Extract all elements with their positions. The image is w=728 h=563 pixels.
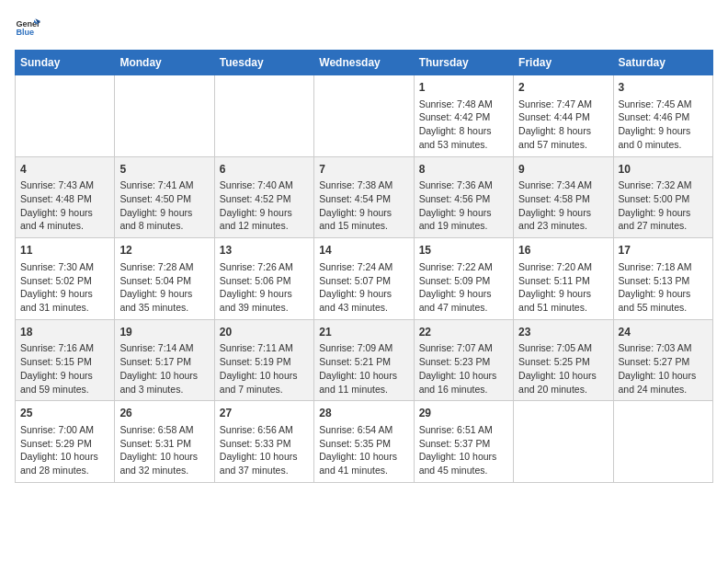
- calendar-cell: [613, 401, 712, 483]
- day-number: 10: [619, 162, 708, 178]
- calendar-cell: 29Sunrise: 6:51 AM Sunset: 5:37 PM Dayli…: [414, 401, 513, 483]
- calendar-week-5: 25Sunrise: 7:00 AM Sunset: 5:29 PM Dayli…: [16, 401, 713, 483]
- calendar-cell: 28Sunrise: 6:54 AM Sunset: 5:35 PM Dayli…: [314, 401, 414, 483]
- day-info: Sunrise: 7:40 AM Sunset: 4:52 PM Dayligh…: [220, 178, 309, 233]
- day-number: 15: [419, 243, 508, 259]
- day-number: 13: [220, 243, 309, 259]
- col-header-saturday: Saturday: [613, 51, 712, 75]
- day-info: Sunrise: 6:51 AM Sunset: 5:37 PM Dayligh…: [419, 423, 508, 477]
- calendar-cell: 9Sunrise: 7:34 AM Sunset: 4:58 PM Daylig…: [514, 156, 613, 238]
- page-header: General Blue: [15, 15, 713, 40]
- day-info: Sunrise: 7:45 AM Sunset: 4:46 PM Dayligh…: [619, 98, 708, 152]
- day-number: 7: [319, 162, 408, 178]
- day-info: Sunrise: 7:36 AM Sunset: 4:56 PM Dayligh…: [419, 178, 508, 233]
- day-info: Sunrise: 7:16 AM Sunset: 5:15 PM Dayligh…: [20, 341, 109, 396]
- day-info: Sunrise: 7:22 AM Sunset: 5:09 PM Dayligh…: [419, 260, 508, 315]
- day-number: 25: [20, 406, 109, 421]
- day-number: 29: [419, 406, 508, 421]
- col-header-thursday: Thursday: [414, 51, 513, 75]
- calendar-cell: 5Sunrise: 7:41 AM Sunset: 4:50 PM Daylig…: [115, 156, 214, 238]
- logo-icon: General Blue: [15, 15, 40, 40]
- calendar-cell: 8Sunrise: 7:36 AM Sunset: 4:56 PM Daylig…: [414, 156, 513, 238]
- day-number: 14: [319, 243, 408, 259]
- calendar-cell: 7Sunrise: 7:38 AM Sunset: 4:54 PM Daylig…: [314, 156, 414, 238]
- day-info: Sunrise: 7:48 AM Sunset: 4:42 PM Dayligh…: [419, 98, 508, 152]
- day-number: 27: [220, 406, 309, 421]
- calendar-cell: 25Sunrise: 7:00 AM Sunset: 5:29 PM Dayli…: [16, 401, 115, 483]
- calendar-cell: 6Sunrise: 7:40 AM Sunset: 4:52 PM Daylig…: [214, 156, 313, 238]
- calendar-cell: [115, 75, 214, 157]
- calendar-cell: 16Sunrise: 7:20 AM Sunset: 5:11 PM Dayli…: [514, 238, 613, 320]
- day-number: 23: [518, 325, 608, 340]
- day-number: 4: [20, 162, 109, 178]
- calendar-cell: 27Sunrise: 6:56 AM Sunset: 5:33 PM Dayli…: [214, 401, 313, 483]
- day-info: Sunrise: 7:09 AM Sunset: 5:21 PM Dayligh…: [319, 341, 408, 396]
- day-number: 11: [20, 243, 109, 259]
- calendar-week-2: 4Sunrise: 7:43 AM Sunset: 4:48 PM Daylig…: [16, 156, 713, 238]
- day-info: Sunrise: 7:18 AM Sunset: 5:13 PM Dayligh…: [619, 260, 708, 315]
- calendar-cell: 4Sunrise: 7:43 AM Sunset: 4:48 PM Daylig…: [16, 156, 115, 238]
- day-info: Sunrise: 7:05 AM Sunset: 5:25 PM Dayligh…: [518, 341, 608, 396]
- logo: General Blue: [15, 15, 44, 40]
- calendar-cell: 13Sunrise: 7:26 AM Sunset: 5:06 PM Dayli…: [214, 238, 313, 320]
- calendar-cell: 12Sunrise: 7:28 AM Sunset: 5:04 PM Dayli…: [115, 238, 214, 320]
- day-info: Sunrise: 7:38 AM Sunset: 4:54 PM Dayligh…: [319, 178, 408, 233]
- day-number: 1: [419, 80, 508, 96]
- day-number: 20: [220, 325, 309, 340]
- day-number: 12: [119, 243, 209, 259]
- calendar-cell: 23Sunrise: 7:05 AM Sunset: 5:25 PM Dayli…: [514, 319, 613, 401]
- calendar-cell: 3Sunrise: 7:45 AM Sunset: 4:46 PM Daylig…: [613, 75, 712, 157]
- col-header-friday: Friday: [514, 51, 613, 75]
- day-info: Sunrise: 7:32 AM Sunset: 5:00 PM Dayligh…: [619, 178, 708, 233]
- day-info: Sunrise: 7:24 AM Sunset: 5:07 PM Dayligh…: [319, 260, 408, 315]
- day-info: Sunrise: 6:54 AM Sunset: 5:35 PM Dayligh…: [319, 423, 408, 477]
- calendar-table: SundayMondayTuesdayWednesdayThursdayFrid…: [15, 50, 713, 483]
- day-number: 19: [119, 325, 209, 340]
- day-number: 6: [220, 162, 309, 178]
- day-info: Sunrise: 6:58 AM Sunset: 5:31 PM Dayligh…: [119, 423, 209, 477]
- calendar-cell: 17Sunrise: 7:18 AM Sunset: 5:13 PM Dayli…: [613, 238, 712, 320]
- day-info: Sunrise: 7:14 AM Sunset: 5:17 PM Dayligh…: [119, 341, 209, 396]
- calendar-cell: 26Sunrise: 6:58 AM Sunset: 5:31 PM Dayli…: [115, 401, 214, 483]
- day-number: 22: [419, 325, 508, 340]
- day-info: Sunrise: 7:03 AM Sunset: 5:27 PM Dayligh…: [619, 341, 708, 396]
- calendar-cell: 21Sunrise: 7:09 AM Sunset: 5:21 PM Dayli…: [314, 319, 414, 401]
- calendar-week-3: 11Sunrise: 7:30 AM Sunset: 5:02 PM Dayli…: [16, 238, 713, 320]
- day-info: Sunrise: 7:34 AM Sunset: 4:58 PM Dayligh…: [518, 178, 608, 233]
- header-row: SundayMondayTuesdayWednesdayThursdayFrid…: [16, 51, 713, 75]
- calendar-cell: [16, 75, 115, 157]
- calendar-cell: 19Sunrise: 7:14 AM Sunset: 5:17 PM Dayli…: [115, 319, 214, 401]
- calendar-cell: 15Sunrise: 7:22 AM Sunset: 5:09 PM Dayli…: [414, 238, 513, 320]
- day-number: 26: [119, 406, 209, 421]
- day-number: 2: [518, 80, 608, 96]
- day-info: Sunrise: 7:07 AM Sunset: 5:23 PM Dayligh…: [419, 341, 508, 396]
- day-number: 8: [419, 162, 508, 178]
- day-info: Sunrise: 7:26 AM Sunset: 5:06 PM Dayligh…: [220, 260, 309, 315]
- day-number: 18: [20, 325, 109, 340]
- col-header-tuesday: Tuesday: [214, 51, 313, 75]
- calendar-week-1: 1Sunrise: 7:48 AM Sunset: 4:42 PM Daylig…: [16, 75, 713, 157]
- calendar-cell: 18Sunrise: 7:16 AM Sunset: 5:15 PM Dayli…: [16, 319, 115, 401]
- day-number: 9: [518, 162, 608, 178]
- day-info: Sunrise: 6:56 AM Sunset: 5:33 PM Dayligh…: [220, 423, 309, 477]
- day-number: 28: [319, 406, 408, 421]
- calendar-week-4: 18Sunrise: 7:16 AM Sunset: 5:15 PM Dayli…: [16, 319, 713, 401]
- day-info: Sunrise: 7:30 AM Sunset: 5:02 PM Dayligh…: [20, 260, 109, 315]
- col-header-sunday: Sunday: [16, 51, 115, 75]
- day-number: 21: [319, 325, 408, 340]
- day-number: 3: [619, 80, 708, 96]
- calendar-cell: 1Sunrise: 7:48 AM Sunset: 4:42 PM Daylig…: [414, 75, 513, 157]
- calendar-cell: [214, 75, 313, 157]
- calendar-cell: 2Sunrise: 7:47 AM Sunset: 4:44 PM Daylig…: [514, 75, 613, 157]
- day-number: 24: [619, 325, 708, 340]
- day-info: Sunrise: 7:41 AM Sunset: 4:50 PM Dayligh…: [119, 178, 209, 233]
- calendar-cell: 22Sunrise: 7:07 AM Sunset: 5:23 PM Dayli…: [414, 319, 513, 401]
- svg-text:Blue: Blue: [16, 28, 34, 37]
- col-header-wednesday: Wednesday: [314, 51, 414, 75]
- day-info: Sunrise: 7:20 AM Sunset: 5:11 PM Dayligh…: [518, 260, 608, 315]
- day-info: Sunrise: 7:11 AM Sunset: 5:19 PM Dayligh…: [220, 341, 309, 396]
- day-info: Sunrise: 7:00 AM Sunset: 5:29 PM Dayligh…: [20, 423, 109, 477]
- calendar-cell: 10Sunrise: 7:32 AM Sunset: 5:00 PM Dayli…: [613, 156, 712, 238]
- calendar-cell: [514, 401, 613, 483]
- calendar-cell: [314, 75, 414, 157]
